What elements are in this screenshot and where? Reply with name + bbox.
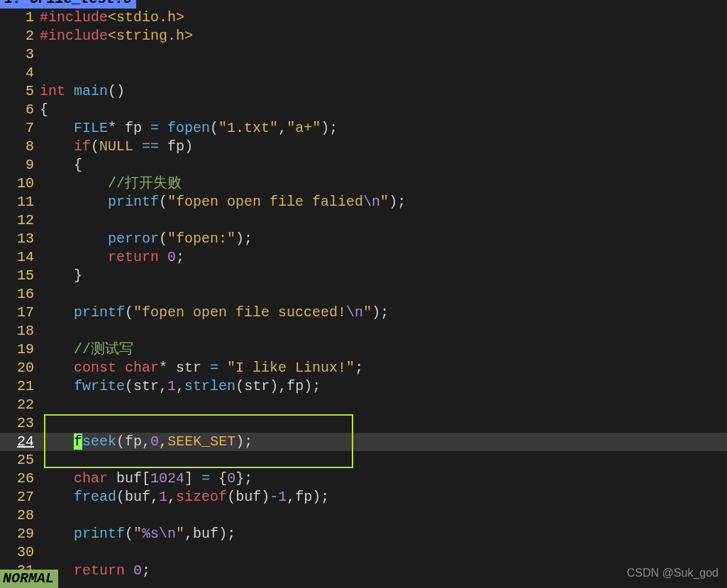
code-line[interactable]: 5int main() [0, 82, 727, 101]
line-number: 16 [0, 285, 40, 304]
vim-mode: NORMAL [0, 570, 58, 588]
line-number: 6 [0, 101, 40, 119]
code-line[interactable]: 24 fseek(fp,0,SEEK_SET); [0, 433, 727, 451]
line-number: 12 [0, 211, 40, 230]
code-line[interactable]: 1#include<stdio.h> [0, 9, 727, 27]
code-line[interactable]: 22 [0, 396, 727, 414]
line-number: 19 [0, 340, 40, 359]
code-line[interactable]: 11 printf("fopen open file falied\n"); [0, 193, 727, 211]
line-number: 15 [0, 267, 40, 285]
line-number: 18 [0, 322, 40, 340]
line-number: 2 [0, 27, 40, 45]
code-content[interactable] [40, 414, 727, 433]
code-line[interactable]: 28 [0, 506, 727, 525]
code-line[interactable]: 4 [0, 64, 727, 82]
line-number: 3 [0, 45, 40, 64]
code-line[interactable]: 19 //测试写 [0, 340, 727, 359]
line-number: 17 [0, 304, 40, 322]
code-content[interactable]: return 0; [40, 248, 727, 267]
code-content[interactable]: return 0; [40, 562, 727, 580]
code-content[interactable]: #include<stdio.h> [40, 9, 727, 27]
code-line[interactable]: 31 return 0; [0, 562, 727, 580]
line-number: 28 [0, 506, 40, 525]
line-number: 7 [0, 119, 40, 138]
code-line[interactable]: 16 [0, 285, 727, 304]
code-line[interactable]: 25 [0, 451, 727, 470]
code-content[interactable] [40, 451, 727, 470]
code-line[interactable]: 13 perror("fopen:"); [0, 230, 727, 248]
code-content[interactable]: //测试写 [40, 340, 727, 359]
code-line[interactable]: 14 return 0; [0, 248, 727, 267]
code-content[interactable]: if(NULL == fp) [40, 138, 727, 156]
code-line[interactable]: 8 if(NULL == fp) [0, 138, 727, 156]
code-content[interactable]: const char* str = "I like Linux!"; [40, 359, 727, 377]
code-content[interactable] [40, 45, 727, 64]
code-content[interactable]: perror("fopen:"); [40, 230, 727, 248]
code-line[interactable]: 20 const char* str = "I like Linux!"; [0, 359, 727, 377]
code-content[interactable]: char buf[1024] = {0}; [40, 470, 727, 488]
code-line[interactable]: 7 FILE* fp = fopen("1.txt","a+"); [0, 119, 727, 138]
code-content[interactable]: #include<string.h> [40, 27, 727, 45]
line-number: 11 [0, 193, 40, 211]
code-line[interactable]: 18 [0, 322, 727, 340]
line-number: 13 [0, 230, 40, 248]
code-content[interactable]: { [40, 156, 727, 174]
code-line[interactable]: 17 printf("fopen open file succeed!\n"); [0, 304, 727, 322]
code-content[interactable]: fseek(fp,0,SEEK_SET); [40, 433, 727, 451]
code-line[interactable]: 10 //打开失败 [0, 174, 727, 193]
line-number: 4 [0, 64, 40, 82]
line-number: 14 [0, 248, 40, 267]
code-content[interactable] [40, 285, 727, 304]
line-number: 25 [0, 451, 40, 470]
code-line[interactable]: 21 fwrite(str,1,strlen(str),fp); [0, 377, 727, 396]
code-content[interactable] [40, 322, 727, 340]
code-line[interactable]: 15 } [0, 267, 727, 285]
code-line[interactable]: 2#include<string.h> [0, 27, 727, 45]
code-content[interactable]: fwrite(str,1,strlen(str),fp); [40, 377, 727, 396]
code-line[interactable]: 29 printf("%s\n",buf); [0, 525, 727, 543]
status-bar: NORMAL [0, 570, 58, 588]
line-number: 9 [0, 156, 40, 174]
code-content[interactable] [40, 543, 727, 562]
line-number: 22 [0, 396, 40, 414]
line-number: 10 [0, 174, 40, 193]
cursor: f [74, 433, 82, 450]
line-number: 1 [0, 9, 40, 27]
code-content[interactable] [40, 64, 727, 82]
code-editor[interactable]: 1#include<stdio.h>2#include<string.h>3 4… [0, 9, 727, 580]
code-content[interactable] [40, 506, 727, 525]
line-number: 5 [0, 82, 40, 101]
code-content[interactable]: fread(buf,1,sizeof(buf)-1,fp); [40, 488, 727, 506]
code-content[interactable]: //打开失败 [40, 174, 727, 193]
code-content[interactable] [40, 211, 727, 230]
code-content[interactable]: FILE* fp = fopen("1.txt","a+"); [40, 119, 727, 138]
line-number: 30 [0, 543, 40, 562]
line-number: 23 [0, 414, 40, 433]
filename-tab[interactable]: 1. CFile_test.c [0, 0, 136, 9]
code-content[interactable]: int main() [40, 82, 727, 101]
code-content[interactable]: { [40, 101, 727, 119]
code-content[interactable]: printf("%s\n",buf); [40, 525, 727, 543]
line-number: 20 [0, 359, 40, 377]
line-number: 26 [0, 470, 40, 488]
code-line[interactable]: 12 [0, 211, 727, 230]
line-number: 24 [0, 433, 40, 451]
code-line[interactable]: 27 fread(buf,1,sizeof(buf)-1,fp); [0, 488, 727, 506]
code-content[interactable]: printf("fopen open file succeed!\n"); [40, 304, 727, 322]
code-line[interactable]: 23 [0, 414, 727, 433]
line-number: 21 [0, 377, 40, 396]
watermark-text: CSDN @Suk_god [627, 564, 718, 582]
code-content[interactable]: } [40, 267, 727, 285]
line-number: 8 [0, 138, 40, 156]
code-line[interactable]: 6{ [0, 101, 727, 119]
line-number: 29 [0, 525, 40, 543]
code-content[interactable]: printf("fopen open file falied\n"); [40, 193, 727, 211]
code-content[interactable] [40, 396, 727, 414]
tab-bar: 1. CFile_test.c [0, 0, 727, 9]
line-number: 27 [0, 488, 40, 506]
code-line[interactable]: 9 { [0, 156, 727, 174]
code-line[interactable]: 26 char buf[1024] = {0}; [0, 470, 727, 488]
code-line[interactable]: 3 [0, 45, 727, 64]
code-line[interactable]: 30 [0, 543, 727, 562]
